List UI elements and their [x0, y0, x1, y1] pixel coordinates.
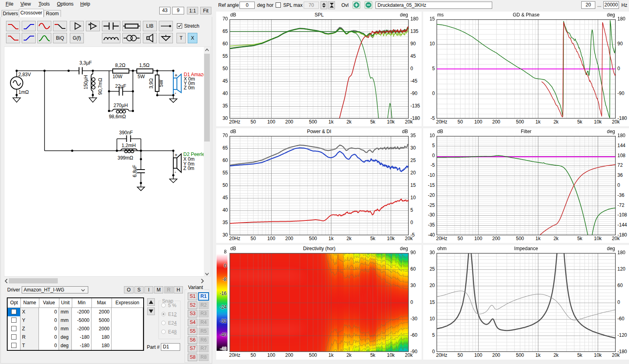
svg-text:98,6mΩ: 98,6mΩ — [109, 114, 126, 119]
svg-text:390nF: 390nF — [119, 130, 133, 135]
svg-text:+: + — [174, 152, 178, 158]
svg-text:Z 0m: Z 0m — [183, 166, 194, 171]
svg-text:22µF: 22µF — [115, 83, 126, 89]
svg-text:1mΩ: 1mΩ — [18, 89, 29, 95]
svg-text:5W: 5W — [138, 74, 145, 79]
svg-text:270µH: 270µH — [114, 103, 128, 108]
svg-text:8,2Ω: 8,2Ω — [115, 63, 126, 68]
svg-text:2,83V: 2,83V — [18, 72, 31, 77]
svg-text:D2 Peerles: D2 Peerles — [183, 152, 204, 157]
svg-text:Z 0m: Z 0m — [184, 85, 195, 91]
svg-text:1,5Ω: 1,5Ω — [139, 63, 150, 68]
svg-text:-: - — [174, 90, 176, 96]
svg-text:399mΩ: 399mΩ — [118, 155, 133, 161]
svg-text:5W: 5W — [158, 79, 164, 87]
svg-text:3,9Ω: 3,9Ω — [148, 78, 154, 89]
svg-text:-: - — [174, 169, 176, 175]
svg-text:1,2mH: 1,2mH — [122, 143, 136, 148]
svg-text:D1 Amazon: D1 Amazon — [184, 72, 204, 77]
svg-text:+: + — [174, 72, 178, 78]
svg-text:3,3µF: 3,3µF — [79, 60, 92, 66]
svg-text:90,7mΩ: 90,7mΩ — [97, 78, 103, 95]
svg-text:6,8µF: 6,8µF — [132, 165, 138, 177]
svg-text:150µH: 150µH — [83, 75, 89, 89]
svg-text:10W: 10W — [112, 74, 122, 79]
